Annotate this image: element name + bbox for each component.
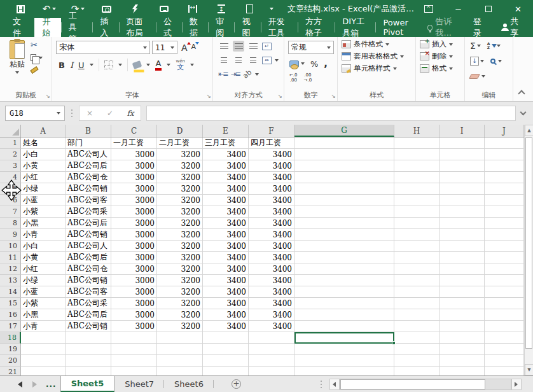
cell-G4[interactable] [294,172,394,183]
cell-D7[interactable]: 3200 [157,206,203,218]
cell-F11[interactable]: 3400 [249,252,294,263]
tab-页面布局[interactable]: 页面布局 [119,18,156,37]
cell-F6[interactable]: 3400 [249,195,294,206]
horizontal-scrollbar[interactable] [329,379,522,390]
decrease-indent-button[interactable]: ⇤≡ [218,70,227,78]
cell-C11[interactable]: 3000 [111,252,157,263]
tab-方方格子[interactable]: 方方格子 [298,18,335,37]
cell-F18[interactable] [249,332,294,344]
cell-A5[interactable]: 小绿 [21,183,66,195]
align-left-button[interactable] [218,55,230,66]
cell-C16[interactable]: 3000 [111,309,157,321]
cell-H5[interactable] [394,183,440,195]
cell-D12[interactable]: 3200 [157,263,203,275]
cell-E12[interactable]: 3400 [203,263,249,275]
cell-B10[interactable]: ABC公司人 [66,241,111,252]
cell-G10[interactable] [294,241,394,252]
cell-J20[interactable] [485,355,524,367]
increase-decimal-button[interactable]: ←.0.00 [289,73,298,83]
insert-cells-button[interactable]: 插入 [420,39,464,49]
cell-D19[interactable] [157,344,203,355]
cell-E16[interactable]: 3400 [203,309,249,321]
borders-icon[interactable] [104,60,113,69]
sort-filter-button[interactable]: AZ [487,42,501,50]
cell-D18[interactable] [157,332,203,344]
column-header-F[interactable]: F [249,125,294,137]
cell-A16[interactable]: 小黑 [21,309,66,321]
cell-G7[interactable] [294,206,394,218]
accounting-format-icon[interactable] [289,60,299,67]
tab-数据[interactable]: 数据 [182,18,208,37]
cell-J1[interactable] [485,137,524,149]
cell-F2[interactable]: 3400 [249,149,294,160]
tab-公式[interactable]: 公式 [156,18,182,37]
cell-D21[interactable] [157,367,203,375]
cell-C19[interactable] [111,344,157,355]
cell-A3[interactable]: 小黄 [21,160,66,172]
delete-cells-button[interactable]: 删除 [420,52,464,61]
cell-B12[interactable]: ABC公司仓 [66,263,111,275]
cell-E9[interactable]: 3400 [203,229,249,241]
cell-C9[interactable]: 3000 [111,229,157,241]
cell-H1[interactable] [394,137,440,149]
cancel-icon[interactable]: × [80,109,100,118]
tab-Power Pivot[interactable]: Power Pivot [375,18,422,37]
cell-F3[interactable]: 3400 [249,160,294,172]
cell-D9[interactable]: 3200 [157,229,203,241]
cell-E15[interactable]: 3400 [203,298,249,309]
paste-dropdown-caret[interactable] [15,71,19,74]
column-header-J[interactable]: J [485,125,524,137]
column-header-H[interactable]: H [394,125,440,137]
cell-I12[interactable] [440,263,485,275]
new-sheet-button[interactable]: + [232,379,241,389]
find-select-button[interactable] [490,59,502,64]
tab-视图[interactable]: 视图 [234,18,260,37]
row-header-21[interactable]: 21 [0,367,21,375]
cell-D13[interactable]: 3200 [157,275,203,286]
cell-A7[interactable]: 小紫 [21,206,66,218]
cell-G3[interactable] [294,160,394,172]
undo-dropdown-caret[interactable] [52,8,56,10]
cell-I6[interactable] [440,195,485,206]
cell-A18[interactable] [21,332,66,344]
cell-H2[interactable] [394,149,440,160]
cell-J4[interactable] [485,172,524,183]
cell-B5[interactable]: ABC公司销 [66,183,111,195]
tell-me-button[interactable]: 告诉我... [422,18,465,37]
column-header-G[interactable]: G [294,125,394,137]
scroll-right-arrow[interactable] [511,379,522,390]
row-header-13[interactable]: 13 [0,275,21,286]
conditional-formatting-button[interactable]: 条件格式 [342,39,415,49]
cell-F7[interactable]: 3400 [249,206,294,218]
align-top-button[interactable] [218,41,230,52]
row-header-17[interactable]: 17 [0,321,21,332]
cell-F14[interactable]: 3400 [249,286,294,298]
cell-D20[interactable] [157,355,203,367]
cell-J7[interactable] [485,206,524,218]
cell-J3[interactable] [485,160,524,172]
cell-G14[interactable] [294,286,394,298]
cell-D5[interactable]: 3200 [157,183,203,195]
cell-I9[interactable] [440,229,485,241]
cell-H15[interactable] [394,298,440,309]
cell-F17[interactable]: 3400 [249,321,294,332]
row-header-10[interactable]: 10 [0,241,21,252]
cell-H18[interactable] [394,332,440,344]
cell-E13[interactable]: 3400 [203,275,249,286]
cell-I15[interactable] [440,298,485,309]
cell-D2[interactable]: 3200 [157,149,203,160]
copy-icon[interactable] [31,54,36,61]
cell-C17[interactable]: 3000 [111,321,157,332]
italic-button[interactable]: I [70,60,73,70]
cell-B13[interactable]: ABC公司销 [66,275,111,286]
tab-插入[interactable]: 插入 [92,18,118,37]
cell-C12[interactable]: 3000 [111,263,157,275]
cell-F21[interactable] [249,367,294,375]
new-file-icon[interactable] [235,0,264,18]
cell-F4[interactable]: 3400 [249,172,294,183]
cell-J6[interactable] [485,195,524,206]
cell-J10[interactable] [485,241,524,252]
cell-G21[interactable] [294,367,394,375]
cell-I13[interactable] [440,275,485,286]
sheet-tab-Sheet6[interactable]: Sheet6 [164,376,214,392]
